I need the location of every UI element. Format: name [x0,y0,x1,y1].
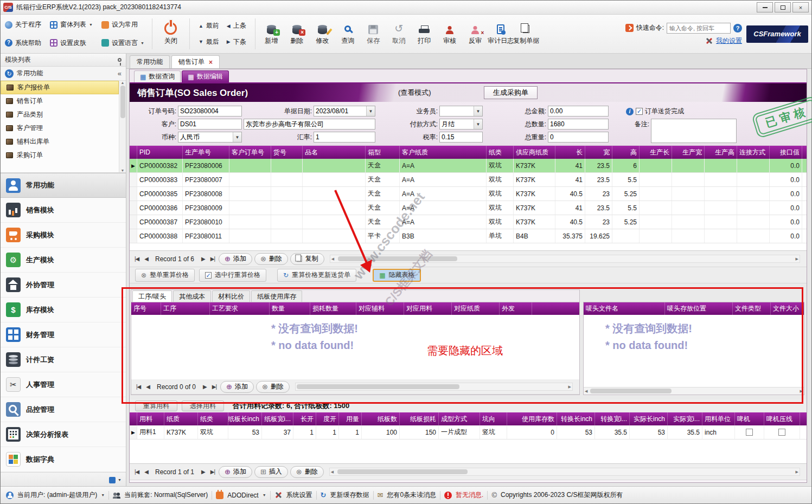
column-header[interactable]: 坑向 [480,412,507,425]
grid-cell[interactable] [672,173,705,186]
grid-cell[interactable]: PF23080011 [183,229,229,243]
scroll-thumb[interactable] [120,86,125,118]
tab-sales-order[interactable]: 销售订单× [171,55,220,68]
grid-cell[interactable]: 35.5 [668,425,702,439]
column-header[interactable]: 对应用料 [404,302,452,315]
column-header[interactable]: 长开 [293,412,316,425]
grid-cell[interactable]: 0.0 [770,215,802,229]
column-header[interactable]: 供应商纸质 [514,146,555,159]
add-row-button[interactable]: ⊕添加 [219,253,252,265]
grid-cell[interactable]: 5.5 [612,173,640,186]
copy-doc-button[interactable]: 复制单据 [514,16,539,52]
grid-cell[interactable]: A=A [400,201,487,215]
module-finance[interactable]: 财务管理 [1,322,126,347]
grid-cell[interactable]: 天盒 [366,187,400,201]
scroll-left-icon[interactable]: ◀ [331,257,334,261]
grid-cell[interactable]: PF23080007 [183,173,229,186]
column-header[interactable]: 生产单号 [183,146,229,159]
about-button[interactable]: 关于程序 [5,20,41,29]
grid-cell[interactable] [705,201,737,215]
sidebar-group[interactable]: ↻ 常用功能 « [1,67,126,81]
grid-cell[interactable] [737,187,770,201]
column-header[interactable]: 唛头文件名 [584,302,665,315]
help-circle-icon[interactable]: ? [733,24,742,33]
column-header[interactable]: 实际宽i... [668,412,702,425]
grid-cell[interactable] [303,215,366,229]
tab-other-cost[interactable]: 其他成本 [173,290,211,302]
grid-cell[interactable]: 双坑 [487,215,514,229]
grid-row[interactable]: ▶CP00000382PF23080006天盒A=A双坑K737K4123.56… [130,159,807,173]
close-tab-icon[interactable]: × [209,59,213,66]
column-header[interactable]: 纸板宽i... [262,412,293,425]
grid-cell[interactable] [705,173,737,186]
column-header[interactable]: 生产高 [705,146,737,159]
sidebar-item-customer-mgmt[interactable]: 客户管理 [1,121,119,135]
checkbox[interactable] [746,429,753,436]
column-header[interactable]: 转换长inch [557,412,595,425]
chevron-down-icon[interactable]: ▼ [101,493,105,497]
grid-cell[interactable]: 41 [555,201,585,215]
grid-cell[interactable] [271,215,303,229]
grid-cell[interactable]: 5.25 [612,215,640,229]
tab-material-compare[interactable]: 材料比价 [212,290,250,302]
grid-row[interactable]: CP00000387PF23080010天盒A=A双坑K737K40.5235.… [130,215,807,229]
tab-board-stock[interactable]: 纸板使用库存 [251,290,302,302]
grid-cell[interactable]: A=A [400,173,487,186]
grid-cell[interactable]: K737K [514,173,555,186]
prev-record-button[interactable]: ◀ [143,469,150,475]
grid-cell[interactable]: B4B [514,229,555,243]
grid-cell[interactable] [764,425,800,439]
column-header[interactable]: PID [137,146,183,159]
grid-cell[interactable] [705,229,737,243]
maximize-button[interactable] [775,2,791,12]
column-header[interactable]: 啤机压线 [764,412,800,425]
column-header[interactable]: 度开 [316,412,339,425]
column-header[interactable]: 连接方式 [737,146,770,159]
close-button[interactable]: × [792,2,809,12]
grid-cell[interactable]: PF23080010 [183,215,229,229]
grid-cell[interactable]: 双坑 [198,425,228,439]
module-outsourcing[interactable]: 外协管理 [1,273,126,298]
grid-cell[interactable]: 双坑 [487,159,514,172]
skin-button[interactable]: 设置皮肤 [50,38,93,48]
grid-cell[interactable] [229,159,271,172]
horizontal-scrollbar[interactable]: ◀▶ [329,468,800,476]
chevron-down-icon[interactable]: ▼ [366,106,375,116]
column-header[interactable]: 数量 [270,302,310,315]
date-input[interactable] [314,106,366,116]
grid-cell[interactable]: 用料1 [137,425,164,439]
module-analytics[interactable]: 决策分析报表 [1,422,126,447]
scroll-right-icon[interactable]: ▶ [568,385,571,389]
panel-icon[interactable] [109,477,116,483]
unread-messages[interactable]: 您有0条未读消息 [387,490,436,500]
save-button[interactable]: 保存 [361,16,386,52]
quick-command-input[interactable] [667,23,731,34]
grid-cell[interactable] [705,215,737,229]
column-header[interactable]: 箱型 [366,146,400,159]
delete-row-button[interactable]: ⊗删除 [290,466,324,478]
module-common[interactable]: 常用功能 [1,173,126,198]
column-header[interactable]: 序号 [131,302,161,315]
grid-cell[interactable] [229,173,271,186]
grid-cell[interactable]: 53 [630,425,668,439]
generate-po-button[interactable]: 生成采购单 [484,86,538,99]
prev-record-button[interactable]: ◀ [144,384,151,390]
column-header[interactable]: 宽 [585,146,612,159]
grid-cell[interactable]: A=A [400,159,487,172]
column-header[interactable]: 转换宽i... [595,412,630,425]
grid-cell[interactable]: CP00000382 [137,159,183,172]
rate-input[interactable] [314,132,375,143]
first-button[interactable]: ▲最前 [199,21,219,30]
grid-cell[interactable]: 41 [555,173,585,186]
grid-cell[interactable]: 53 [228,425,262,439]
column-header[interactable]: 纸板长inch [228,412,262,425]
horizontal-scrollbar[interactable]: ▶ [295,383,573,391]
grid-row[interactable]: CP00000383PF23080007天盒A=A双坑K737K4123.55.… [130,173,807,187]
grid-cell[interactable]: 1 [316,425,339,439]
grid-cell[interactable]: 35.375 [555,229,585,243]
sidebar-item-product-category[interactable]: 产品类别 [1,108,119,121]
grid-cell[interactable]: 天盒 [366,159,400,172]
grid-cell[interactable]: K737K [514,215,555,229]
column-header[interactable]: 文件大小 [771,302,803,315]
checkbox[interactable] [778,429,785,436]
